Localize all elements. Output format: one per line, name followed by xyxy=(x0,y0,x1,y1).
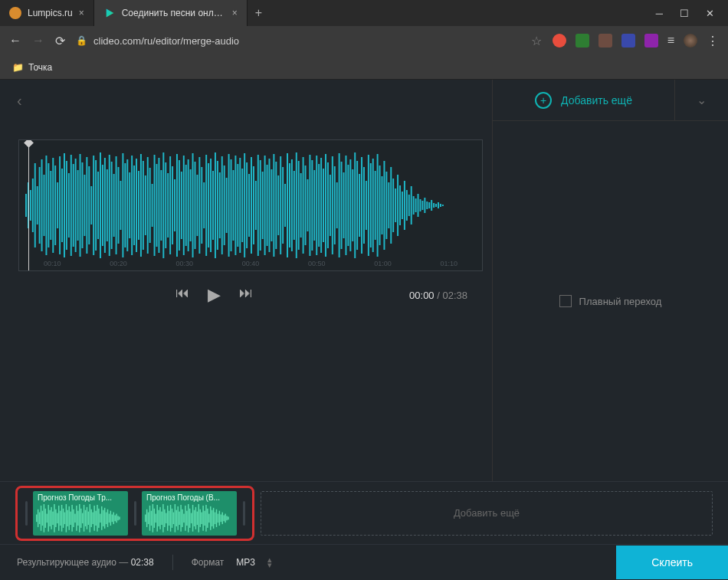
svg-rect-295 xyxy=(222,512,223,523)
svg-rect-33 xyxy=(100,152,101,258)
svg-rect-98 xyxy=(246,162,248,248)
svg-rect-146 xyxy=(354,152,356,258)
svg-rect-221 xyxy=(88,511,89,524)
svg-rect-164 xyxy=(395,188,396,222)
close-window-icon[interactable]: ✕ xyxy=(706,8,714,19)
format-selector[interactable]: Формат MP3 ▴▾ xyxy=(173,557,272,568)
svg-rect-12 xyxy=(52,158,54,253)
minimize-icon[interactable]: ─ xyxy=(656,8,663,19)
play-icon[interactable]: ▶ xyxy=(208,285,221,305)
svg-rect-213 xyxy=(76,505,77,530)
svg-rect-113 xyxy=(280,156,281,254)
svg-rect-87 xyxy=(221,156,223,254)
svg-rect-293 xyxy=(219,510,220,525)
svg-rect-230 xyxy=(101,506,102,529)
svg-rect-263 xyxy=(175,503,175,532)
svg-rect-32 xyxy=(97,172,99,239)
svg-rect-229 xyxy=(100,513,100,523)
browser-tab-inactive[interactable]: Lumpics.ru × xyxy=(0,0,94,26)
waveform-display[interactable]: 00:1000:2000:3000:4000:5001:0001:10 xyxy=(18,139,483,271)
extension-icon[interactable] xyxy=(553,34,566,48)
star-icon[interactable]: ☆ xyxy=(531,34,542,48)
svg-rect-20 xyxy=(71,155,72,256)
svg-rect-259 xyxy=(169,510,169,525)
favicon-icon xyxy=(9,7,21,19)
extension-icon[interactable] xyxy=(644,34,658,48)
svg-rect-224 xyxy=(92,512,93,523)
svg-rect-199 xyxy=(55,509,56,526)
extension-icon[interactable] xyxy=(576,34,589,48)
crossfade-option[interactable]: Плавный переход xyxy=(559,295,662,307)
svg-rect-94 xyxy=(237,164,238,247)
new-tab-button[interactable]: + xyxy=(248,0,270,26)
svg-rect-142 xyxy=(345,156,346,255)
svg-rect-161 xyxy=(388,182,389,228)
bookmark-item[interactable]: Точка xyxy=(28,62,52,73)
playhead-icon[interactable] xyxy=(28,140,29,270)
svg-rect-184 xyxy=(440,204,441,207)
svg-rect-291 xyxy=(216,509,217,526)
audio-clip[interactable]: Прогноз Погоды Тр... xyxy=(33,491,128,536)
svg-rect-222 xyxy=(90,503,90,532)
lock-icon: 🔒 xyxy=(76,35,87,46)
close-icon[interactable]: × xyxy=(79,8,84,18)
browser-tab-active[interactable]: Соединить песни онлайн — Со... × xyxy=(94,0,248,26)
reload-icon[interactable]: ⟳ xyxy=(55,34,65,48)
url-input[interactable]: 🔒 clideo.com/ru/editor/merge-audio xyxy=(76,35,520,47)
back-icon[interactable]: ← xyxy=(9,34,21,48)
svg-rect-209 xyxy=(70,511,71,524)
add-more-button[interactable]: + Добавить ещё xyxy=(492,80,674,121)
skip-forward-icon[interactable]: ⏭ xyxy=(239,285,253,305)
collapse-button[interactable]: ⌄ xyxy=(674,80,728,121)
reading-list-icon[interactable]: ≡ xyxy=(667,34,674,48)
svg-rect-133 xyxy=(325,154,326,257)
svg-rect-5 xyxy=(37,186,38,224)
menu-icon[interactable]: ⋮ xyxy=(707,34,719,48)
svg-rect-239 xyxy=(114,515,115,521)
clips-highlight: Прогноз Погоды Тр... Прогноз Погоды (В..… xyxy=(15,486,254,541)
clip-gap[interactable] xyxy=(131,491,139,536)
audio-clip[interactable]: Прогноз Погоды (В... xyxy=(142,491,237,536)
svg-rect-45 xyxy=(126,159,128,251)
maximize-icon[interactable]: ☐ xyxy=(680,8,689,19)
clip-gap[interactable] xyxy=(22,491,30,536)
svg-rect-59 xyxy=(158,158,159,253)
svg-rect-262 xyxy=(173,512,174,523)
svg-rect-191 xyxy=(44,503,44,532)
svg-rect-118 xyxy=(291,159,293,251)
waveform-ruler: 00:1000:2000:3000:4000:5001:0001:10 xyxy=(19,260,482,267)
svg-rect-34 xyxy=(102,165,103,246)
close-icon[interactable]: × xyxy=(232,8,238,18)
add-clip-label: Добавить ещё xyxy=(454,507,520,519)
time-display: 00:00 / 02:38 xyxy=(409,290,467,301)
svg-rect-138 xyxy=(336,182,338,228)
merge-button[interactable]: Склеить xyxy=(616,546,728,579)
svg-rect-3 xyxy=(32,179,34,232)
svg-rect-246 xyxy=(149,505,150,530)
svg-rect-195 xyxy=(49,510,50,526)
extension-icon[interactable] xyxy=(598,34,612,48)
skip-back-icon[interactable]: ⏮ xyxy=(175,285,189,305)
svg-rect-176 xyxy=(421,201,423,210)
svg-rect-202 xyxy=(60,510,61,525)
avatar[interactable] xyxy=(684,34,697,48)
add-clip-button[interactable]: Добавить ещё xyxy=(261,491,713,536)
svg-rect-107 xyxy=(267,165,268,246)
main-area: 00:1000:2000:3000:4000:5001:0001:10 ⏮ ▶ … xyxy=(0,121,728,481)
browser-tabs: Lumpics.ru × Соединить песни онлайн — Со… xyxy=(0,0,642,26)
svg-rect-84 xyxy=(215,152,216,258)
svg-rect-141 xyxy=(343,172,345,238)
forward-icon[interactable]: → xyxy=(32,34,44,48)
svg-rect-243 xyxy=(145,514,146,522)
clip-gap[interactable] xyxy=(240,491,248,536)
svg-rect-125 xyxy=(307,179,309,231)
svg-rect-168 xyxy=(404,181,405,230)
svg-rect-256 xyxy=(164,509,165,526)
svg-rect-296 xyxy=(223,515,224,521)
svg-rect-127 xyxy=(311,160,313,251)
svg-rect-181 xyxy=(433,203,435,208)
extension-icon[interactable] xyxy=(621,34,635,48)
chevron-left-icon[interactable]: ‹ xyxy=(17,92,22,110)
svg-rect-190 xyxy=(42,510,43,525)
checkbox-icon[interactable] xyxy=(559,295,572,307)
